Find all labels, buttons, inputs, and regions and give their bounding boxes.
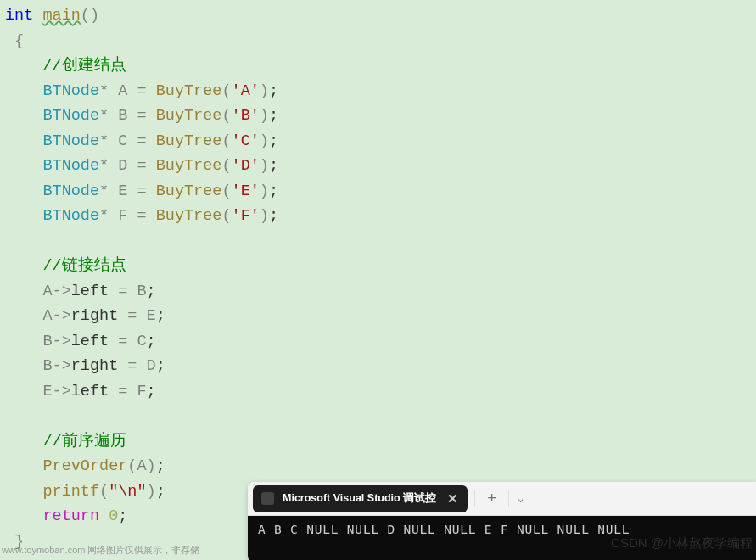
- code-line: A->right = E;: [5, 304, 751, 329]
- code-line: BTNode* D = BuyTree('D');: [5, 154, 751, 179]
- code-line: BTNode* F = BuyTree('F');: [5, 204, 751, 229]
- terminal-icon: [261, 492, 274, 505]
- code-line: B->left = C;: [5, 329, 751, 355]
- watermark: www.toymoban.com 网络图片仅供展示，非存储: [2, 544, 199, 557]
- code-line: int main(): [5, 3, 751, 29]
- chevron-down-icon[interactable]: ⌄: [509, 492, 532, 505]
- watermark: CSDN @小林熬夜学编程: [611, 535, 753, 552]
- code-line: BTNode* B = BuyTree('B');: [5, 104, 751, 129]
- code-editor[interactable]: int main() { //创建结点 BTNode* A = BuyTree(…: [0, 0, 756, 557]
- code-line: BTNode* A = BuyTree('A');: [5, 79, 751, 104]
- code-comment: //创建结点: [5, 53, 751, 79]
- blank-line: [5, 229, 751, 255]
- console-tab-title: Microsoft Visual Studio 调试控: [283, 491, 436, 506]
- console-tab-active[interactable]: Microsoft Visual Studio 调试控 ✕: [253, 485, 468, 512]
- code-comment: //链接结点: [5, 254, 751, 279]
- code-line: {: [5, 29, 751, 54]
- add-tab-button[interactable]: +: [474, 490, 509, 507]
- code-line: BTNode* E = BuyTree('E');: [5, 179, 751, 204]
- code-line: A->left = B;: [5, 279, 751, 305]
- code-line: B->right = D;: [5, 354, 751, 379]
- close-icon[interactable]: ✕: [445, 491, 461, 507]
- code-comment: //前序遍历: [5, 429, 751, 455]
- console-tabs: Microsoft Visual Studio 调试控 ✕ + ⌄: [248, 482, 756, 516]
- main-func: main: [42, 7, 80, 25]
- blank-line: [5, 404, 751, 429]
- code-line: E->left = F;: [5, 379, 751, 405]
- code-line: BTNode* C = BuyTree('C');: [5, 129, 751, 154]
- code-line: PrevOrder(A);: [5, 454, 751, 479]
